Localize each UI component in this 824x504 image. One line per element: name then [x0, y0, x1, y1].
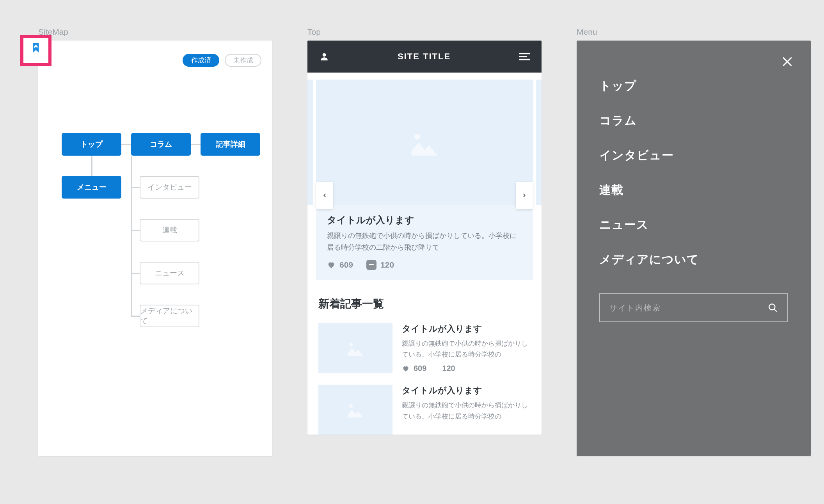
- heart-icon: [327, 261, 336, 269]
- carousel-next[interactable]: [516, 182, 533, 209]
- menu-item[interactable]: ニュース: [599, 208, 788, 242]
- heart-icon: [402, 365, 410, 373]
- article-comments[interactable]: 120: [438, 364, 455, 373]
- chevron-right-icon: [522, 193, 527, 198]
- svg-rect-2: [519, 56, 527, 57]
- node-menu[interactable]: メニュー: [62, 176, 121, 199]
- menu-item[interactable]: インタビュー: [599, 138, 788, 173]
- search-box[interactable]: [599, 293, 788, 322]
- top-preview: SITE TITLE タイトルが入ります 親譲りの無鉄砲で小供の時から損ばかりし…: [307, 41, 542, 435]
- site-title: SITE TITLE: [398, 51, 451, 62]
- home-marker-annotation: [20, 35, 52, 66]
- thumb-placeholder: [318, 385, 392, 435]
- node-column[interactable]: コラム: [131, 133, 191, 156]
- home-icon: [30, 43, 42, 55]
- svg-point-6: [349, 343, 353, 346]
- thumb-placeholder: [318, 323, 392, 373]
- hero-title: タイトルが入ります: [327, 214, 522, 226]
- svg-point-8: [769, 304, 775, 310]
- hero-body: 親譲りの無鉄砲で小供の時から損ばかりしている。小学校に居る時分学校の二階から飛び…: [327, 230, 522, 254]
- close-icon: [781, 55, 794, 68]
- legend-todo: 未作成: [225, 54, 261, 67]
- node-detail[interactable]: 記事詳細: [201, 133, 260, 156]
- legend-done: 作成済: [183, 54, 219, 67]
- svg-point-0: [323, 53, 326, 57]
- svg-rect-1: [519, 53, 530, 55]
- article-likes[interactable]: 609: [402, 364, 426, 373]
- menu-label: Menu: [577, 27, 811, 37]
- menu-item[interactable]: トップ: [599, 69, 788, 103]
- svg-rect-3: [519, 59, 530, 60]
- chevron-left-icon: [322, 193, 327, 198]
- hero-comments[interactable]: 120: [366, 260, 394, 270]
- hero-image-placeholder: [316, 80, 533, 205]
- article-title: タイトルが入ります: [402, 323, 531, 335]
- minus-chip-icon: [366, 260, 376, 270]
- list-heading: 新着記事一覧: [307, 280, 542, 323]
- sitemap-panel: 作成済 未作成 トップ メニュー コラム 記事詳細 インタビュー 連載 ニュース: [38, 41, 272, 456]
- menu-item[interactable]: コラム: [599, 103, 788, 138]
- hero-likes[interactable]: 609: [327, 260, 353, 270]
- node-news[interactable]: ニュース: [140, 262, 199, 284]
- menu-item[interactable]: メディアについて: [599, 242, 788, 277]
- search-input[interactable]: [609, 303, 744, 312]
- menu-item[interactable]: 連載: [599, 173, 788, 208]
- sitemap-label: SiteMap: [38, 27, 272, 37]
- close-button[interactable]: [781, 55, 794, 69]
- search-icon[interactable]: [768, 303, 778, 313]
- top-label: Top: [307, 27, 542, 37]
- article-title: タイトルが入ります: [402, 385, 531, 396]
- article-row[interactable]: タイトルが入ります 親譲りの無鉄砲で小供の時から損ばかりしている。小学校に居る時…: [307, 385, 542, 435]
- node-interview[interactable]: インタビュー: [140, 176, 199, 199]
- hamburger-icon[interactable]: [519, 51, 530, 62]
- article-row[interactable]: タイトルが入ります 親譲りの無鉄砲で小供の時から損ばかりしている。小学校に居る時…: [307, 323, 542, 385]
- menu-panel: トップ コラム インタビュー 連載 ニュース メディアについて: [577, 41, 811, 456]
- article-body: 親譲りの無鉄砲で小供の時から損ばかりしている。小学校に居る時分学校の: [402, 338, 531, 360]
- node-about[interactable]: メディアについて: [140, 305, 199, 327]
- user-icon[interactable]: [319, 51, 329, 62]
- svg-point-5: [414, 134, 420, 140]
- svg-point-7: [349, 405, 353, 408]
- node-serial[interactable]: 連載: [140, 219, 199, 241]
- article-body: 親譲りの無鉄砲で小供の時から損ばかりしている。小学校に居る時分学校の: [402, 399, 531, 422]
- node-top[interactable]: トップ: [62, 133, 121, 156]
- carousel-prev[interactable]: [316, 182, 333, 209]
